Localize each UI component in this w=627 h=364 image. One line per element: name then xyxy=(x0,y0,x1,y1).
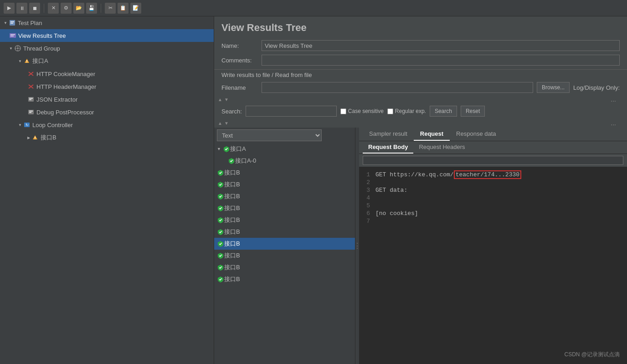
shield-icon-b4 xyxy=(217,205,224,212)
tree-item-jiekou-b[interactable]: ▶ 接口B xyxy=(0,131,214,144)
tree-item-http-header[interactable]: HTTP HeaderManager xyxy=(0,80,214,93)
divider-row-1: ▲ ▼ ... xyxy=(214,95,627,104)
url-highlight-box: teacher/174...2330 xyxy=(454,170,521,179)
result-label-jiekou-a: 接口A xyxy=(230,145,246,153)
tree-item-debug-post[interactable]: Debug PostProcessor xyxy=(0,106,214,118)
write-results-header: Write results to file / Read from file xyxy=(214,69,627,80)
svg-rect-22 xyxy=(29,111,33,112)
up-arrow-1[interactable]: ▲ xyxy=(218,97,222,102)
tab-response-data[interactable]: Response data xyxy=(450,128,502,141)
sub-tab-request-headers[interactable]: Request Headers xyxy=(413,141,470,154)
shield-icon-a0 xyxy=(228,157,235,164)
result-item-jiekou-a-0[interactable]: 接口A-0 xyxy=(214,155,355,167)
toolbar-icon-copy[interactable]: 📋 xyxy=(118,3,128,14)
tree-item-loop-controller[interactable]: ▼ ↻ Loop Controller xyxy=(0,118,214,131)
toolbar-icon-open[interactable]: 📂 xyxy=(73,3,84,14)
toolbar-icon-run[interactable]: ▶ xyxy=(4,3,15,14)
drag-handle[interactable]: ⋮ xyxy=(355,128,359,364)
tree-item-thread-group[interactable]: ▼ Thread Group xyxy=(0,42,214,55)
tab-sampler-result[interactable]: Sampler result xyxy=(363,128,414,141)
regular-exp-checkbox-label[interactable]: Regular exp. xyxy=(387,108,426,114)
result-item-jiekou-b-1[interactable]: 接口B xyxy=(214,167,355,179)
case-sensitive-checkbox-label[interactable]: Case sensitive xyxy=(340,108,384,114)
tree-item-json-extractor[interactable]: JSON Extractor xyxy=(0,93,214,106)
regular-exp-label: Regular exp. xyxy=(395,108,426,114)
name-input[interactable] xyxy=(262,40,620,51)
down-arrow-2[interactable]: ▼ xyxy=(224,121,229,126)
svg-rect-2 xyxy=(10,23,13,24)
search-input[interactable] xyxy=(246,106,337,117)
result-item-jiekou-a[interactable]: ▼ 接口A xyxy=(214,143,355,155)
jiekou-b-icon xyxy=(31,134,39,141)
result-item-jiekou-b-9[interactable]: 接口B xyxy=(214,273,355,285)
line-num-4: 4 xyxy=(359,195,375,201)
format-dropdown[interactable]: Text HTML JSON XML xyxy=(217,129,322,141)
down-arrow-1[interactable]: ▼ xyxy=(224,97,229,102)
code-line-1: 1 GET https://ke.qq.com/teacher/174...23… xyxy=(359,171,627,179)
toolbar-icon-settings[interactable]: ⚙ xyxy=(61,3,72,14)
tree-label-jiekou-b: 接口B xyxy=(41,133,57,142)
case-sensitive-label: Case sensitive xyxy=(348,108,384,114)
line-num-5: 5 xyxy=(359,202,375,209)
tab-request[interactable]: Request xyxy=(414,128,450,141)
left-tree-panel: ▼ Test Plan View Results Tree xyxy=(0,16,214,364)
tree-label-thread-group: Thread Group xyxy=(23,45,60,52)
expand-icon-result-a: ▼ xyxy=(217,147,221,151)
tree-label-view-results: View Results Tree xyxy=(18,32,66,39)
shield-icon-b1 xyxy=(217,169,224,176)
tree-item-view-results[interactable]: View Results Tree xyxy=(0,29,214,42)
toolbar-icon-pause[interactable]: ⏸ xyxy=(16,3,27,14)
code-line-7: 7 xyxy=(359,217,627,225)
svg-rect-19 xyxy=(29,98,33,99)
result-label-b3: 接口B xyxy=(224,192,240,200)
header-manager-icon xyxy=(27,83,35,90)
expand-icon-jiekou-b: ▶ xyxy=(27,136,30,140)
cookie-manager-icon xyxy=(27,70,35,77)
toolbar-icon-stop[interactable]: ⏹ xyxy=(29,3,40,14)
search-button[interactable]: Search xyxy=(430,106,457,117)
toolbar-icon-clear[interactable]: ✕ xyxy=(48,3,59,14)
shield-icon-b-selected xyxy=(217,240,224,247)
toolbar-icon-cut[interactable]: ✂ xyxy=(105,3,116,14)
code-line-4: 4 xyxy=(359,194,627,202)
results-list: ▼ 接口A 接口A-0 xyxy=(214,143,355,364)
case-sensitive-checkbox[interactable] xyxy=(340,108,346,114)
code-header-input[interactable] xyxy=(363,156,623,165)
result-item-jiekou-b-4[interactable]: 接口B xyxy=(214,202,355,214)
result-label-b8: 接口B xyxy=(224,263,240,272)
toolbar-icon-paste[interactable]: 📝 xyxy=(130,3,141,14)
result-item-jiekou-b-5[interactable]: 接口B xyxy=(214,214,355,226)
result-label-b1: 接口B xyxy=(224,169,240,177)
result-item-jiekou-b-selected[interactable]: 接口B xyxy=(214,238,355,250)
tree-item-test-plan[interactable]: ▼ Test Plan xyxy=(0,16,214,29)
tree-item-http-cookie[interactable]: HTTP CookieManager xyxy=(0,67,214,80)
filename-input[interactable] xyxy=(262,82,533,93)
result-item-jiekou-b-2[interactable]: 接口B xyxy=(214,179,355,190)
result-item-jiekou-b-3[interactable]: 接口B xyxy=(214,190,355,202)
svg-rect-20 xyxy=(29,99,31,100)
toolbar-icon-save[interactable]: 💾 xyxy=(86,3,97,14)
reset-button[interactable]: Reset xyxy=(461,106,485,117)
svg-text:↻: ↻ xyxy=(25,123,28,127)
search-row: Search: Case sensitive Regular exp. Sear… xyxy=(214,104,627,118)
line-content-6: [no cookies] xyxy=(375,210,418,217)
tree-label-http-cookie: HTTP CookieManager xyxy=(36,71,95,77)
shield-icon-b3 xyxy=(217,193,224,200)
test-plan-icon xyxy=(9,19,16,26)
content-area: Sampler result Request Response data Req… xyxy=(359,128,627,364)
browse-button[interactable]: Browse... xyxy=(537,82,570,93)
sub-tab-request-body[interactable]: Request Body xyxy=(363,141,413,154)
main-tabs-bar: Sampler result Request Response data xyxy=(359,128,627,141)
log-display-label: Log/Display Only: xyxy=(573,84,620,91)
tree-item-jiekou-a[interactable]: ▼ 接口A xyxy=(0,55,214,67)
result-item-jiekou-b-6[interactable]: 接口B xyxy=(214,226,355,238)
comments-input[interactable] xyxy=(262,55,620,66)
regular-exp-checkbox[interactable] xyxy=(387,108,393,114)
right-panel: View Results Tree Name: Comments: Write … xyxy=(214,16,627,364)
up-arrow-2[interactable]: ▲ xyxy=(218,121,222,126)
watermark: CSDN @记录测试点滴 xyxy=(564,351,620,359)
divider-row-2: ▲ ▼ ... xyxy=(214,118,627,128)
result-item-jiekou-b-8[interactable]: 接口B xyxy=(214,261,355,273)
dropdown-row: Text HTML JSON XML xyxy=(214,128,355,143)
result-item-jiekou-b-7[interactable]: 接口B xyxy=(214,250,355,261)
